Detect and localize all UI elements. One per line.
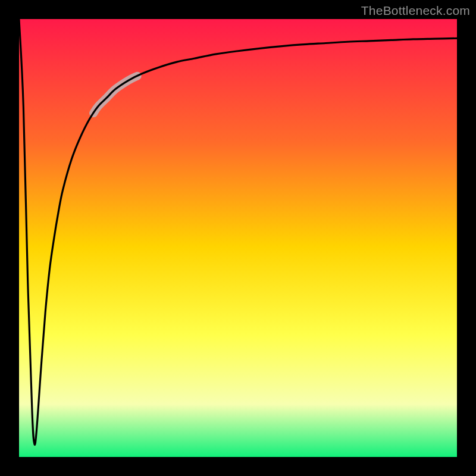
gradient-background: [19, 19, 457, 457]
chart-svg: [19, 19, 457, 457]
watermark-label: TheBottleneck.com: [361, 4, 470, 18]
plot-area: [19, 19, 457, 457]
chart-frame: TheBottleneck.com: [0, 0, 476, 476]
